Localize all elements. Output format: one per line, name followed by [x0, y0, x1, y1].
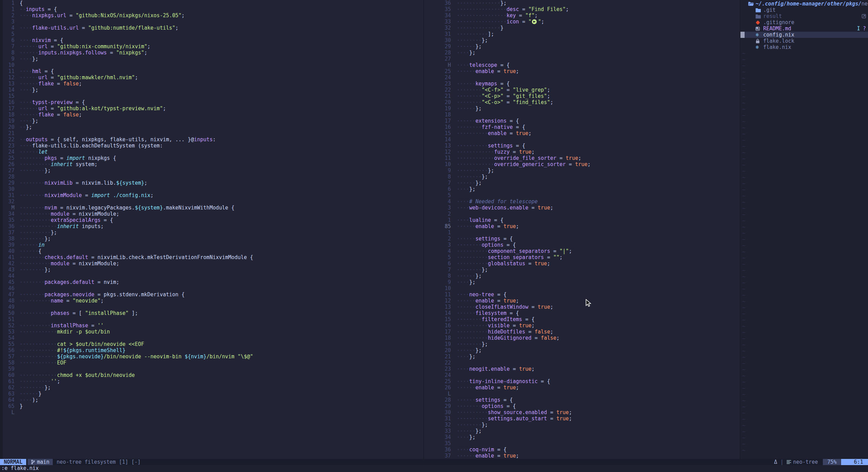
code-line[interactable]: 34················key = "f";	[424, 12, 740, 19]
code-line[interactable]: 29········nixvimLib = nixvim.lib.${syste…	[3, 180, 423, 186]
code-line[interactable]: 14	[424, 136, 740, 143]
code-line[interactable]: 36····coq-nvim = {	[424, 447, 740, 453]
neo-tree-root[interactable]: ~/.config/home-manager/other/pkgs/ne	[740, 1, 868, 7]
code-line[interactable]: 38········};	[3, 236, 423, 242]
code-line[interactable]: 25····tiny-inline-diagnostic = {	[424, 378, 740, 384]
code-line[interactable]: 28····};	[424, 50, 740, 56]
code-line[interactable]: 18······flake = false;	[3, 112, 423, 118]
code-line[interactable]: 21····};	[424, 353, 740, 360]
code-line[interactable]: 7········};	[424, 267, 740, 273]
code-line[interactable]: 22··outputs = { self, nixpkgs, flake-uti…	[3, 136, 423, 143]
code-line[interactable]: 32··············}	[424, 25, 740, 31]
neo-tree-item-config-nix[interactable]: ❄config.nix	[740, 32, 868, 38]
code-line[interactable]: L	[3, 409, 423, 415]
code-line[interactable]: 12······enable = true;	[424, 298, 740, 304]
code-line[interactable]: 32	[3, 198, 423, 205]
code-line[interactable]: 13··········settings = {	[424, 143, 740, 149]
code-line[interactable]: 5	[3, 31, 423, 37]
code-line[interactable]: 16········fzf-native = {	[424, 124, 740, 130]
code-line[interactable]: 26······enable = true;	[424, 384, 740, 391]
code-line[interactable]: 27	[424, 56, 740, 62]
neo-tree-item-result[interactable]: result	[740, 13, 868, 19]
code-line[interactable]: 13······flake = false;	[3, 81, 423, 87]
code-line[interactable]: 62········};	[3, 384, 423, 391]
code-line[interactable]: 64····);	[3, 397, 423, 403]
code-line[interactable]: 61··········'';	[3, 378, 423, 384]
code-line[interactable]: 6··········globalstatus = true;	[424, 260, 740, 267]
code-line[interactable]: 41········checks.default = nixvimLib.che…	[3, 254, 423, 260]
code-line[interactable]: 50··········phases = [ "installPhase" ];	[3, 310, 423, 316]
code-line[interactable]: 39······in	[3, 242, 423, 248]
code-line[interactable]: 60············chmod +x $out/bin/neovide	[3, 372, 423, 378]
editor-pane-flake-nix[interactable]: 1{1··inputs = {2····nixpkgs.url = "githu…	[3, 0, 423, 459]
code-line[interactable]: 45········packages.default = nvim;	[3, 279, 423, 285]
code-line[interactable]: 14····};	[3, 87, 423, 93]
code-line[interactable]: 20········"<C-o>" = "find_files";	[424, 99, 740, 105]
code-line[interactable]: 6····nixvim = {	[3, 37, 423, 43]
code-line[interactable]: 28	[3, 174, 423, 180]
code-line[interactable]: 1	[424, 229, 740, 236]
code-line[interactable]: 49	[3, 304, 423, 310]
code-line[interactable]: 31··········];	[424, 31, 740, 37]
code-line[interactable]: 2····nixpkgs.url = "github:NixOS/nixpkgs…	[3, 12, 423, 19]
code-line[interactable]: 3········options = {	[424, 242, 740, 248]
code-line[interactable]: 35················desc = "Find Files";	[424, 6, 740, 12]
code-line[interactable]: 20······};	[424, 347, 740, 353]
code-line[interactable]: 26··········inherit system;	[3, 161, 423, 167]
code-line[interactable]: 19········};	[424, 341, 740, 347]
code-line[interactable]: 30········};	[424, 37, 740, 43]
code-line[interactable]: 7······};	[424, 180, 740, 186]
code-line[interactable]: 20··};	[3, 124, 423, 130]
code-line[interactable]: 48··········name = "neovide";	[3, 298, 423, 304]
code-line[interactable]: 35··········extraSpecialArgs = {	[3, 217, 423, 223]
code-line[interactable]: 17······extensions = {	[424, 118, 740, 124]
code-line[interactable]: 18	[424, 112, 740, 118]
code-line[interactable]: 46	[3, 285, 423, 291]
code-line[interactable]: 32········};	[424, 422, 740, 428]
code-line[interactable]: 19······};	[424, 105, 740, 112]
code-line[interactable]: 42··········module = nixvimModule;	[3, 260, 423, 267]
code-line[interactable]: 31········nixvimModule = import ./config…	[3, 192, 423, 198]
code-line[interactable]: 1····lualine = {	[424, 217, 740, 223]
code-line[interactable]: 22	[424, 360, 740, 366]
code-line[interactable]: 7······url = "github:nix-community/nixvi…	[3, 43, 423, 50]
code-line[interactable]: 17······url = "github:al-kot/typst-previ…	[3, 105, 423, 112]
code-line[interactable]: 10	[3, 62, 423, 68]
code-line[interactable]: 15········filteredItems = {	[424, 316, 740, 322]
code-line[interactable]: 14······filesystem = {	[424, 310, 740, 316]
code-line[interactable]: 8········};	[424, 174, 740, 180]
code-line[interactable]: 3	[3, 19, 423, 25]
code-line[interactable]: 2	[424, 211, 740, 217]
code-line[interactable]: 21	[3, 130, 423, 136]
code-line[interactable]: 9····};	[3, 56, 423, 62]
code-line[interactable]: 58············EOF	[3, 360, 423, 366]
code-line[interactable]: 16··········visible = true;	[424, 322, 740, 329]
code-line[interactable]: 25······enable = true;	[424, 68, 740, 74]
code-line[interactable]: 11············override_file_sorter = tru…	[424, 155, 740, 161]
code-line[interactable]: L	[424, 391, 740, 397]
code-line[interactable]: 15··········enable = true;	[424, 130, 740, 136]
code-line[interactable]: H····telescope = {	[424, 62, 740, 68]
code-line[interactable]: 35	[424, 440, 740, 447]
code-line[interactable]: 28······settings = {	[424, 397, 740, 403]
neo-tree-item-README-md[interactable]: M↓README.mdI?	[740, 25, 868, 32]
code-line[interactable]: 4··········component_separators = "|";	[424, 248, 740, 254]
code-line[interactable]: 27········};	[3, 167, 423, 174]
code-line[interactable]: 63······}	[3, 391, 423, 397]
code-line[interactable]: 8······inputs.nixpkgs.follows = "nixpkgs…	[3, 50, 423, 56]
code-line[interactable]: 5··········section_separators = "";	[424, 254, 740, 260]
code-line[interactable]: 1{	[3, 0, 423, 6]
code-line[interactable]: 36··············};	[424, 0, 740, 6]
code-line[interactable]: 30··········show_source.enabled = true;	[424, 409, 740, 415]
code-line[interactable]: 37··········};	[3, 229, 423, 236]
code-line[interactable]: 23····neogit.enable = true;	[424, 366, 740, 372]
code-line[interactable]: 4····flake-utils.url = "github:numtide/f…	[3, 25, 423, 31]
code-line[interactable]: 9····};	[424, 279, 740, 285]
code-line[interactable]: 34··········module = nixvimModule;	[3, 211, 423, 217]
code-line[interactable]: 8······};	[424, 273, 740, 279]
editor-pane-config-nix[interactable]: 36··············};35················desc…	[424, 0, 740, 459]
code-line[interactable]: 12······url = "github:mawkler/hml.nvim";	[3, 74, 423, 81]
code-line[interactable]: 37······enable = true;	[424, 453, 740, 459]
code-line[interactable]: 25········pkgs = import nixpkgs {	[3, 155, 423, 161]
code-line[interactable]: 29······};	[424, 43, 740, 50]
